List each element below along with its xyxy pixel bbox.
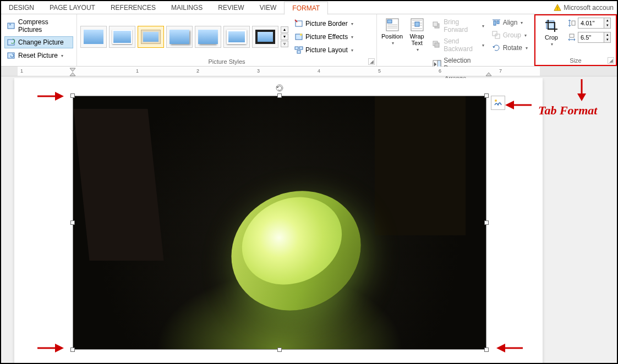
selected-picture[interactable]: [73, 96, 486, 350]
picture-effects-icon: [294, 32, 303, 41]
style-thumb-6[interactable]: [223, 26, 250, 48]
width-field[interactable]: [578, 32, 604, 42]
resize-handle-rm[interactable]: [484, 220, 489, 225]
size-dialog-launcher[interactable]: ◢: [608, 57, 614, 64]
gallery-up-icon[interactable]: ▴: [281, 26, 288, 33]
height-icon: [567, 19, 576, 27]
svg-marker-51: [505, 101, 514, 109]
align-button[interactable]: Align▾: [489, 16, 531, 29]
account-area[interactable]: ! Microsoft accoun: [554, 4, 617, 12]
resize-handle-br[interactable]: [484, 348, 489, 352]
picture-layout-label: Picture Layout: [305, 46, 348, 54]
svg-marker-40: [70, 68, 75, 71]
spin-up-icon[interactable]: ▴: [604, 18, 610, 23]
style-thumb-7[interactable]: [252, 26, 278, 48]
indent-marker-right[interactable]: [485, 68, 492, 76]
compress-pictures-button[interactable]: Compress Pictures: [4, 16, 73, 35]
height-field[interactable]: [578, 18, 604, 28]
chevron-down-icon[interactable]: ▾: [482, 43, 484, 48]
chevron-down-icon[interactable]: ▾: [521, 20, 523, 25]
svg-rect-3: [8, 40, 14, 45]
tab-format[interactable]: FORMAT: [284, 2, 328, 15]
chevron-down-icon[interactable]: ▾: [551, 42, 553, 47]
style-thumb-1[interactable]: [80, 26, 107, 48]
rotate-button[interactable]: Rotate▾: [489, 42, 531, 54]
tab-view[interactable]: VIEW: [252, 2, 285, 14]
change-picture-label: Change Picture: [18, 38, 64, 46]
gallery-expand-icon[interactable]: ▿: [281, 41, 288, 47]
chevron-down-icon[interactable]: ▾: [351, 48, 353, 53]
width-row: ▴▾: [567, 32, 611, 43]
indent-marker-left[interactable]: [69, 68, 76, 76]
svg-marker-41: [70, 73, 75, 76]
picture-layout-button[interactable]: Picture Layout▾: [292, 44, 356, 56]
ribbon: Compress Pictures Change Picture Reset P…: [1, 14, 617, 67]
chevron-down-icon[interactable]: ▾: [526, 46, 528, 51]
picture-border-icon: [294, 19, 303, 28]
crop-button[interactable]: Crop ▾: [539, 18, 564, 48]
reset-picture-icon: [7, 51, 16, 60]
picture-styles-dialog-launcher[interactable]: ◢: [368, 58, 375, 65]
wrap-text-button[interactable]: Wrap Text ▾: [406, 16, 428, 53]
style-thumb-5[interactable]: [195, 26, 221, 48]
resize-handle-bl[interactable]: [70, 348, 75, 352]
group-size-label: Size: [539, 56, 612, 64]
resize-handle-tl[interactable]: [70, 93, 75, 98]
tab-mailings[interactable]: MAILINGS: [163, 2, 210, 14]
spin-down-icon[interactable]: ▾: [604, 23, 610, 28]
chevron-down-icon[interactable]: ▾: [61, 53, 63, 58]
send-backward-label: Send Backward: [444, 37, 478, 53]
chevron-down-icon[interactable]: ▾: [524, 33, 527, 38]
layout-options-icon: [493, 98, 503, 108]
position-button[interactable]: Position ▾: [380, 16, 404, 47]
bring-forward-button[interactable]: Bring Forward▾: [430, 16, 486, 35]
account-label: Microsoft accoun: [564, 4, 614, 12]
chevron-down-icon[interactable]: ▾: [482, 24, 484, 29]
tab-review[interactable]: REVIEW: [210, 2, 251, 14]
tab-design[interactable]: DESIGN: [1, 2, 42, 14]
group-label: Group: [503, 31, 521, 39]
annotation-arrow-left: [505, 99, 533, 113]
tab-page-layout[interactable]: PAGE LAYOUT: [42, 2, 103, 14]
picture-border-button[interactable]: Picture Border▾: [292, 18, 356, 30]
width-input[interactable]: ▴▾: [578, 32, 611, 43]
style-thumb-4[interactable]: [166, 26, 193, 48]
change-picture-icon: [7, 38, 16, 47]
horizontal-ruler[interactable]: 1 1 2 3 4 5 6 7: [1, 67, 617, 76]
layout-options-button[interactable]: [491, 96, 505, 110]
spin-down-icon[interactable]: ▾: [604, 37, 610, 42]
resize-handle-tm[interactable]: [277, 93, 282, 98]
document-area[interactable]: [1, 78, 617, 363]
group-icon: [492, 31, 501, 40]
height-input[interactable]: ▴▾: [578, 18, 611, 29]
picture-content: [73, 96, 486, 350]
style-thumb-3[interactable]: [138, 26, 164, 48]
picture-styles-gallery[interactable]: ▴ ▾ ▿: [80, 26, 288, 48]
resize-handle-lm[interactable]: [70, 220, 75, 225]
picture-effects-button[interactable]: Picture Effects▾: [292, 31, 356, 43]
send-backward-button[interactable]: Send Backward▾: [430, 36, 486, 54]
tab-references[interactable]: REFERENCES: [103, 2, 163, 14]
group-button[interactable]: Group▾: [489, 29, 531, 41]
warning-icon: !: [554, 4, 561, 12]
chevron-down-icon[interactable]: ▾: [392, 41, 394, 46]
gallery-down-icon[interactable]: ▾: [281, 34, 288, 40]
gallery-more[interactable]: ▴ ▾ ▿: [281, 26, 288, 47]
svg-rect-34: [493, 31, 497, 36]
style-thumb-2[interactable]: [109, 26, 135, 48]
wrap-text-label: Wrap Text: [407, 33, 426, 46]
chevron-down-icon[interactable]: ▾: [351, 35, 353, 40]
reset-picture-button[interactable]: Reset Picture ▾: [4, 49, 73, 62]
spin-up-icon[interactable]: ▴: [604, 32, 610, 37]
svg-rect-12: [387, 20, 392, 23]
resize-handle-bm[interactable]: [277, 348, 282, 352]
svg-rect-25: [433, 22, 437, 26]
compress-icon: [7, 21, 16, 30]
rotate-handle[interactable]: [275, 84, 284, 92]
resize-handle-tr[interactable]: [484, 93, 489, 98]
chevron-down-icon[interactable]: ▾: [351, 21, 353, 26]
change-picture-button[interactable]: Change Picture: [4, 36, 73, 48]
rotate-icon: [492, 43, 501, 52]
ruler-num-3: 3: [257, 68, 260, 74]
chevron-down-icon[interactable]: ▾: [417, 47, 419, 52]
